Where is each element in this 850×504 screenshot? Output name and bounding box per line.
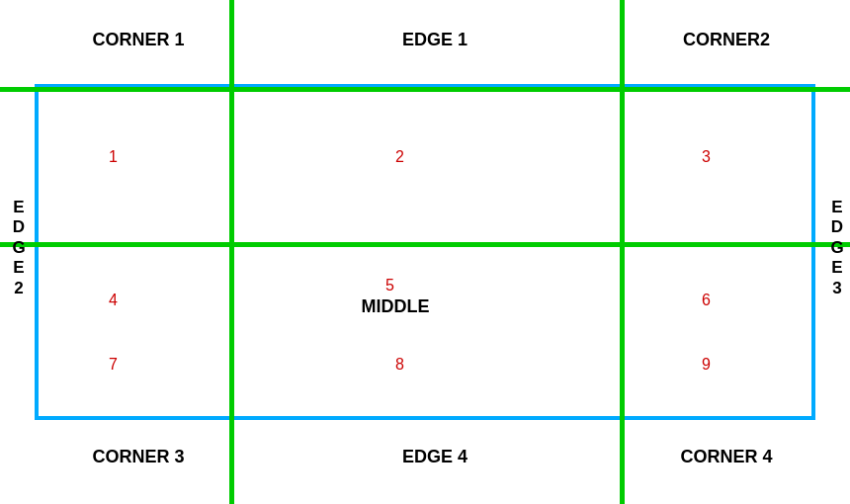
green-horizontal-line-2: [0, 242, 850, 247]
corner1-label: CORNER 1: [59, 30, 217, 50]
edge2-e: E: [13, 198, 24, 216]
cell-4-number: 4: [109, 292, 118, 309]
edge2-2: 2: [14, 279, 23, 297]
cell-7-number: 7: [109, 356, 118, 374]
corner4-label: CORNER 4: [638, 447, 815, 467]
edge3-d: D: [831, 217, 843, 236]
cell-2-number: 2: [395, 148, 404, 166]
middle-label: MIDDLE: [336, 296, 455, 317]
edge2-g: G: [12, 238, 25, 257]
edge4-label: EDGE 4: [277, 447, 593, 467]
edge2-e2: E: [13, 258, 24, 277]
cell-9-number: 9: [702, 356, 711, 374]
corner2-label: CORNER2: [638, 30, 815, 50]
edge3-e: E: [831, 198, 842, 216]
green-horizontal-line-1: [0, 87, 850, 92]
cell-6-number: 6: [702, 292, 711, 309]
edge1-label: EDGE 1: [277, 30, 593, 50]
green-vertical-line-1: [229, 0, 234, 504]
edge2-label: E D G E 2: [0, 198, 38, 298]
grid-container: CORNER 1 EDGE 1 CORNER2 E D G E 2 E D G …: [0, 0, 850, 504]
cell-8-number: 8: [395, 356, 404, 374]
blue-rectangle: [35, 84, 815, 420]
edge2-d: D: [13, 217, 25, 236]
edge3-e2: E: [831, 258, 842, 277]
edge3-g: G: [830, 238, 843, 257]
edge3-3: 3: [832, 279, 841, 297]
cell-5-number: 5: [385, 277, 394, 294]
corner3-label: CORNER 3: [59, 447, 217, 467]
cell-3-number: 3: [702, 148, 711, 166]
cell-1-number: 1: [109, 148, 118, 166]
green-vertical-line-2: [620, 0, 625, 504]
edge3-label: E D G E 3: [818, 198, 850, 298]
